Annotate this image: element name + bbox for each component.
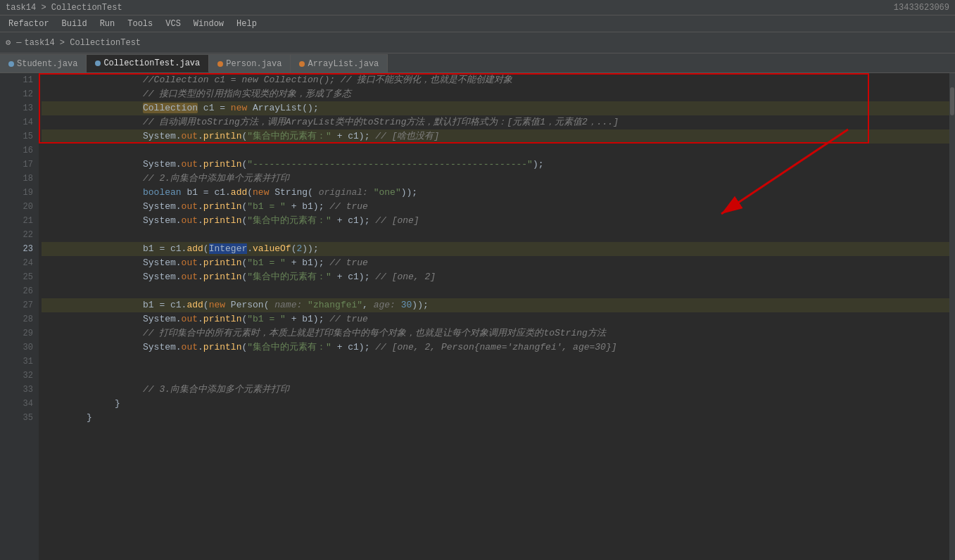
toolbar: ⚙ — task14 > CollectionTest	[0, 32, 955, 53]
tab-dot-student	[8, 61, 14, 67]
tab-label-person: Person.java	[226, 59, 282, 69]
code-line-11: //Collection c1 = new Collection(); // 接…	[42, 73, 949, 87]
line-19: 19	[0, 186, 33, 200]
main-area: 11 12 13 14 15 16 17 18 19 20 21 22 23 2…	[0, 73, 955, 560]
code-line-16	[42, 144, 949, 158]
tab-dot-person	[217, 61, 223, 67]
code-line-33: // 3.向集合中添加多个元素并打印	[42, 383, 949, 397]
code-line-35: }	[42, 411, 949, 425]
line-23: 23	[0, 242, 33, 256]
code-line-34: }	[42, 397, 949, 411]
code-lines[interactable]: //Collection c1 = new Collection(); // 接…	[39, 73, 949, 560]
line-14: 14	[0, 115, 33, 129]
code-line-15: System.out.println("集合中的元素有：" + c1); // …	[42, 129, 949, 144]
line-29: 29	[0, 326, 33, 341]
code-area: 11 12 13 14 15 16 17 18 19 20 21 22 23 2…	[0, 73, 955, 560]
code-line-13: Collection c1 = new ArrayList();	[42, 101, 949, 115]
line-11: 11	[0, 73, 33, 87]
code-line-29: // 打印集合中的所有元素时，本质上就是打印集合中的每个对象，也就是让每个对象调…	[42, 326, 949, 341]
code-line-22	[42, 228, 949, 242]
line-31: 31	[0, 355, 33, 369]
line-numbers: 11 12 13 14 15 16 17 18 19 20 21 22 23 2…	[0, 73, 39, 560]
menu-build[interactable]: Build	[56, 18, 93, 30]
minus-icon: —	[16, 38, 21, 48]
tab-label-collectiontest: CollectionTest.java	[103, 58, 200, 68]
id-counter: 13433623069	[894, 3, 949, 13]
menu-help[interactable]: Help	[231, 18, 263, 30]
line-34: 34	[0, 397, 33, 411]
menu-bar: Refactor Build Run Tools VCS Window Help	[0, 15, 955, 32]
code-line-30: System.out.println("集合中的元素有：" + c1); // …	[42, 341, 949, 355]
line-22: 22	[0, 228, 33, 242]
editor: 11 12 13 14 15 16 17 18 19 20 21 22 23 2…	[0, 73, 955, 560]
code-line-18: // 2.向集合中添加单个元素并打印	[42, 172, 949, 186]
breadcrumb: task14 > CollectionTest	[6, 3, 122, 13]
line-18: 18	[0, 172, 33, 186]
tab-collectiontest-java[interactable]: CollectionTest.java	[87, 54, 209, 72]
tab-label-arraylist: ArrayList.java	[308, 59, 379, 69]
tab-dot-arraylist	[299, 61, 305, 67]
line-20: 20	[0, 200, 33, 214]
line-13: 13	[0, 101, 33, 115]
code-line-32	[42, 369, 949, 383]
line-33: 33	[0, 383, 33, 397]
tab-label-student: Student.java	[17, 59, 77, 69]
code-line-27: b1 = c1.add(new Person( name: "zhangfei"…	[42, 298, 949, 312]
menu-vcs[interactable]: VCS	[160, 18, 186, 30]
line-15: 15	[0, 129, 33, 144]
code-line-24: System.out.println("b1 = " + b1); // tru…	[42, 256, 949, 270]
menu-run[interactable]: Run	[94, 18, 121, 30]
breadcrumb-text: task14 > CollectionTest	[6, 3, 122, 13]
code-line-25: System.out.println("集合中的元素有：" + c1); // …	[42, 270, 949, 284]
tab-person-java[interactable]: Person.java	[209, 54, 291, 72]
gear-icon[interactable]: ⚙	[6, 37, 11, 48]
line-17: 17	[0, 158, 33, 172]
menu-tools[interactable]: Tools	[122, 18, 158, 30]
line-30: 30	[0, 341, 33, 355]
line-16: 16	[0, 144, 33, 158]
tab-dot-collectiontest	[95, 61, 101, 66]
line-35: 35	[0, 411, 33, 425]
code-line-20: System.out.println("b1 = " + b1); // tru…	[42, 200, 949, 214]
line-28: 28	[0, 312, 33, 326]
code-line-14: // 自动调用toString方法，调用ArrayList类中的toString…	[42, 115, 949, 129]
line-12: 12	[0, 87, 33, 101]
tabs-bar: Student.java CollectionTest.java Person.…	[0, 53, 955, 73]
code-line-12: // 接口类型的引用指向实现类的对象，形成了多态	[42, 87, 949, 101]
code-line-26	[42, 284, 949, 298]
code-line-23: b1 = c1.add(Integer.valueOf(2));	[42, 242, 949, 256]
menu-window[interactable]: Window	[188, 18, 229, 30]
tab-student-java[interactable]: Student.java	[0, 54, 87, 72]
line-27: 27	[0, 298, 33, 312]
line-32: 32	[0, 369, 33, 383]
code-line-19: boolean b1 = c1.add(new String( original…	[42, 186, 949, 200]
task-label: task14 > CollectionTest	[24, 38, 141, 48]
line-24: 24	[0, 256, 33, 270]
code-line-21: System.out.println("集合中的元素有：" + c1); // …	[42, 214, 949, 228]
code-line-28: System.out.println("b1 = " + b1); // tru…	[42, 312, 949, 326]
menu-refactor[interactable]: Refactor	[3, 18, 55, 30]
scroll-thumb[interactable]	[950, 87, 954, 115]
tab-arraylist-java[interactable]: ArrayList.java	[291, 54, 388, 72]
code-line-17: System.out.println("--------------------…	[42, 158, 949, 172]
scrollbar[interactable]	[949, 73, 955, 560]
top-bar: task14 > CollectionTest 13433623069	[0, 0, 955, 15]
line-21: 21	[0, 214, 33, 228]
line-25: 25	[0, 270, 33, 284]
line-26: 26	[0, 284, 33, 298]
code-line-31	[42, 355, 949, 369]
